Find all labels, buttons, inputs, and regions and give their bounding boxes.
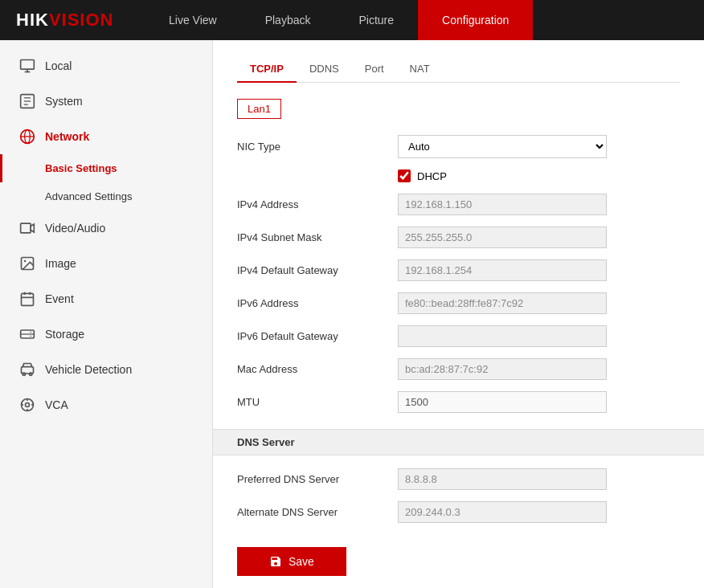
image-icon — [16, 255, 39, 272]
svg-point-26 — [26, 403, 30, 407]
dhcp-checkbox[interactable] — [398, 169, 411, 182]
ipv6-address-input[interactable] — [398, 292, 607, 314]
lan-badge[interactable]: Lan1 — [237, 99, 281, 119]
sidebar-label-video-audio: Video/Audio — [45, 222, 105, 235]
save-button[interactable]: Save — [237, 547, 346, 576]
sidebar-sub-basic-settings[interactable]: Basic Settings — [0, 154, 212, 182]
ipv4-address-row: IPv4 Address — [237, 194, 680, 215]
ipv6-gateway-label: IPv6 Default Gateway — [237, 330, 398, 342]
monitor-icon — [16, 58, 39, 74]
ipv6-address-label: IPv6 Address — [237, 297, 398, 309]
svg-marker-11 — [31, 224, 34, 232]
preferred-dns-row: Preferred DNS Server — [237, 468, 680, 490]
vehicle-icon — [16, 361, 39, 378]
mac-address-row: Mac Address — [237, 358, 680, 380]
svg-rect-0 — [21, 60, 35, 70]
ipv4-gateway-row: IPv4 Default Gateway — [237, 259, 680, 281]
svg-rect-10 — [21, 223, 31, 233]
sidebar-label-local: Local — [45, 59, 72, 72]
top-navigation: HIKVISION Live View Playback Picture Con… — [0, 0, 704, 40]
video-icon — [16, 220, 39, 236]
mtu-label: MTU — [237, 396, 398, 408]
sidebar-item-event[interactable]: Event — [0, 281, 212, 316]
sidebar-item-vca[interactable]: VCA — [0, 387, 212, 423]
sidebar-sub-advanced-settings[interactable]: Advanced Settings — [0, 182, 212, 210]
ipv4-subnet-row: IPv4 Subnet Mask — [237, 227, 680, 248]
svg-point-20 — [30, 332, 31, 333]
ipv4-subnet-label: IPv4 Subnet Mask — [237, 231, 398, 243]
sidebar-label-vca: VCA — [45, 398, 68, 411]
alternate-dns-label: Alternate DNS Server — [237, 506, 398, 518]
svg-rect-14 — [22, 293, 34, 305]
alternate-dns-row: Alternate DNS Server — [237, 501, 680, 523]
svg-point-21 — [30, 336, 31, 337]
dns-section-header: DNS Server — [213, 429, 704, 455]
dns-form: Preferred DNS Server Alternate DNS Serve… — [237, 468, 680, 523]
nic-type-label: NIC Type — [237, 141, 398, 153]
logo-vision: VISION — [49, 10, 114, 30]
mtu-row: MTU — [237, 391, 680, 413]
main-content: TCP/IP DDNS Port NAT Lan1 NIC Type Auto … — [213, 40, 704, 588]
dhcp-row: DHCP — [398, 169, 680, 182]
nic-type-select[interactable]: Auto 10M Half-dup 10M Full-dup 100M Half… — [398, 135, 607, 158]
ipv4-subnet-input[interactable] — [398, 227, 607, 248]
nav-picture[interactable]: Picture — [334, 0, 418, 40]
dhcp-label: DHCP — [417, 170, 447, 182]
main-layout: Local System Network Basic Settings Adva… — [0, 40, 704, 588]
network-icon — [16, 129, 39, 145]
mac-address-label: Mac Address — [237, 363, 398, 375]
mtu-input[interactable] — [398, 391, 607, 413]
tab-bar: TCP/IP DDNS Port NAT — [237, 56, 680, 83]
ipv4-address-label: IPv4 Address — [237, 198, 398, 210]
ipv4-gateway-label: IPv4 Default Gateway — [237, 264, 398, 276]
alternate-dns-input[interactable] — [398, 501, 607, 523]
sidebar-item-local[interactable]: Local — [0, 48, 212, 84]
sidebar-label-storage: Storage — [45, 328, 84, 341]
sidebar-label-system: System — [45, 95, 83, 108]
preferred-dns-input[interactable] — [398, 468, 607, 490]
nav-configuration[interactable]: Configuration — [418, 0, 533, 40]
sidebar-label-vehicle-detection: Vehicle Detection — [45, 363, 132, 376]
sidebar-item-image[interactable]: Image — [0, 246, 212, 281]
sidebar-label-event: Event — [45, 292, 74, 305]
ipv6-address-row: IPv6 Address — [237, 292, 680, 314]
ipv4-gateway-input[interactable] — [398, 259, 607, 281]
sidebar-label-network: Network — [45, 130, 89, 143]
nic-type-row: NIC Type Auto 10M Half-dup 10M Full-dup … — [237, 135, 680, 158]
network-form: NIC Type Auto 10M Half-dup 10M Full-dup … — [237, 135, 680, 413]
preferred-dns-label: Preferred DNS Server — [237, 473, 398, 485]
vca-icon — [16, 397, 39, 413]
sidebar-item-storage[interactable]: Storage — [0, 316, 212, 352]
event-icon — [16, 291, 39, 307]
mac-address-input[interactable] — [398, 358, 607, 380]
sidebar-item-network[interactable]: Network — [0, 119, 212, 154]
nav-live-view[interactable]: Live View — [145, 0, 241, 40]
storage-icon — [16, 326, 39, 342]
tab-ddns[interactable]: DDNS — [297, 56, 352, 83]
tab-port[interactable]: Port — [352, 56, 397, 83]
logo: HIKVISION — [0, 10, 145, 31]
logo-hik: HIK — [16, 10, 49, 30]
ipv6-gateway-input[interactable] — [398, 325, 607, 347]
sidebar-item-system[interactable]: System — [0, 84, 212, 119]
svg-point-13 — [24, 260, 26, 263]
nav-playback[interactable]: Playback — [241, 0, 335, 40]
sidebar: Local System Network Basic Settings Adva… — [0, 40, 213, 588]
tab-nat[interactable]: NAT — [397, 56, 443, 83]
save-button-label: Save — [289, 555, 314, 568]
sidebar-item-video-audio[interactable]: Video/Audio — [0, 210, 212, 246]
nav-items: Live View Playback Picture Configuration — [145, 0, 704, 40]
tab-tcp-ip[interactable]: TCP/IP — [237, 56, 297, 83]
ipv6-gateway-row: IPv6 Default Gateway — [237, 325, 680, 347]
system-icon — [16, 93, 39, 109]
ipv4-address-input[interactable] — [398, 194, 607, 215]
sidebar-label-image: Image — [45, 257, 76, 270]
sidebar-item-vehicle-detection[interactable]: Vehicle Detection — [0, 352, 212, 387]
